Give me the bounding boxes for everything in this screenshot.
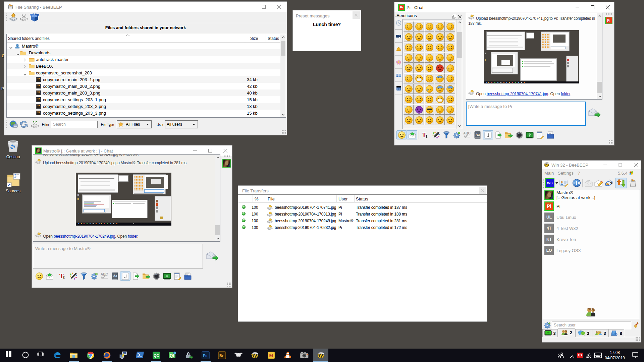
svg-text:ABC: ABC	[463, 131, 471, 135]
svg-text:ABC: ABC	[101, 273, 108, 276]
svg-text:Br: Br	[219, 354, 224, 358]
svg-text:M: M	[269, 353, 273, 358]
svg-text:Ps: Ps	[203, 354, 207, 358]
svg-text:Aa: Aa	[476, 133, 480, 136]
svg-text:t: t	[426, 133, 427, 139]
svg-text:Aa: Aa	[113, 274, 117, 278]
svg-text:t: t	[63, 275, 65, 280]
svg-text:QC: QC	[154, 354, 159, 358]
svg-text:Qt: Qt	[170, 353, 174, 358]
